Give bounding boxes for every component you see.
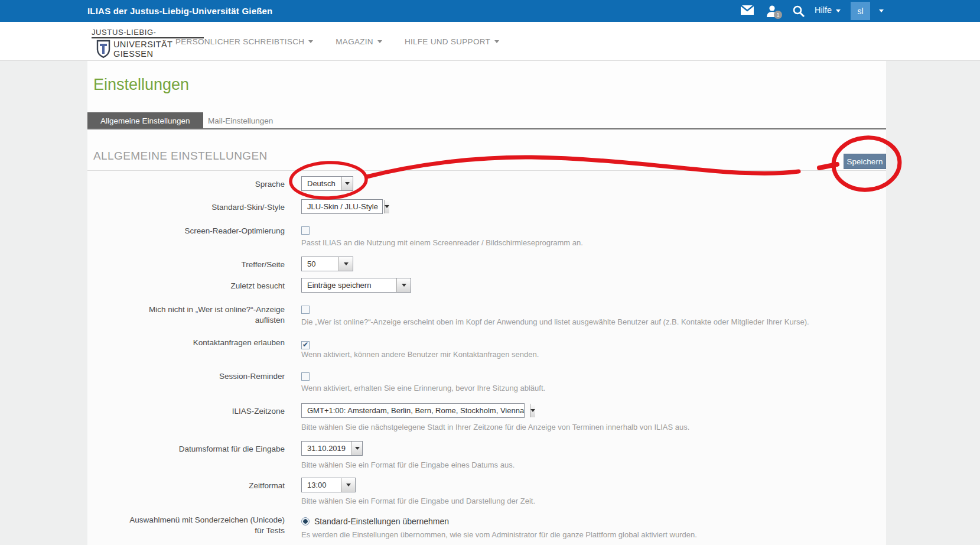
dropdown-arrow-icon[interactable] <box>384 200 389 213</box>
search-icon[interactable] <box>792 5 805 18</box>
main-header: JUSTUS-LIEBIG- UNIVERSITÄT GIESSEN PERSÖ… <box>0 22 980 61</box>
chevron-down-icon <box>377 40 382 43</box>
chevron-down-icon <box>494 40 499 43</box>
nav-item-label: PERSÖNLICHER SCHREIBTISCH <box>175 37 304 46</box>
logo-text-line2: UNIVERSITÄT <box>113 40 172 49</box>
field-help: Passt ILIAS an die Nutzung mit einem Scr… <box>301 238 583 247</box>
selected-value: Deutsch <box>302 177 341 190</box>
zeitzone-select[interactable]: GMT+1:00: Amsterdam, Berlin, Bern, Rome,… <box>301 403 525 418</box>
field-help: Bitte wählen Sie ein Format für die Eing… <box>301 497 535 505</box>
dropdown-arrow-icon[interactable] <box>341 177 353 190</box>
field-label: Standard-Skin/-Style <box>87 202 285 213</box>
section-title: ALLGEMEINE EINSTELLUNGEN <box>93 150 268 163</box>
field-label: Session-Reminder <box>87 371 285 382</box>
field-help: Bitte wählen Sie ein Format für die Eing… <box>301 460 515 469</box>
field-label: Screen-Reader-Optimierung <box>87 226 285 236</box>
field-help: Es werden die Einstellungen übernommen, … <box>301 530 697 539</box>
dropdown-arrow-icon[interactable] <box>530 404 535 417</box>
save-button[interactable]: Speichern <box>844 154 886 169</box>
field-label: ILIAS-Zeitzone <box>87 406 285 417</box>
app-title: ILIAS der Justus-Liebig-Universität Gieß… <box>87 6 272 16</box>
kontaktanfragen-checkbox[interactable] <box>301 341 310 349</box>
dropdown-arrow-icon[interactable] <box>338 257 353 271</box>
field-label: Mich nicht in „Wer ist online?“-Anzeigea… <box>87 304 285 326</box>
user-menu[interactable]: sl <box>851 2 870 20</box>
chevron-down-icon <box>836 9 841 12</box>
nav-item-label: HILFE UND SUPPORT <box>405 37 490 46</box>
logo-text-block: UNIVERSITÄT GIESSEN <box>113 40 172 59</box>
notification-badge: 1 <box>774 11 782 19</box>
session-reminder-checkbox[interactable] <box>301 372 310 381</box>
chevron-down-icon <box>308 40 313 43</box>
wer-ist-online-checkbox[interactable] <box>301 306 310 314</box>
selected-value: 31.10.2019 <box>302 442 351 455</box>
dropdown-arrow-icon[interactable] <box>396 278 411 292</box>
screenreader-checkbox[interactable] <box>301 226 310 235</box>
nav-item-personal-desktop[interactable]: PERSÖNLICHER SCHREIBTISCH <box>175 37 313 46</box>
selected-value: GMT+1:00: Amsterdam, Berlin, Bern, Rome,… <box>302 404 530 417</box>
field-label: Auswahlmenü mit Sonderzeichen (Unicode)f… <box>87 515 285 536</box>
dropdown-arrow-icon[interactable] <box>341 478 355 492</box>
selected-value: 50 <box>302 257 321 271</box>
radio-option-label: Standard-Einstellungen übernehmen <box>314 517 449 526</box>
field-help: Wenn aktiviert, erhalten Sie eine Erinne… <box>301 384 545 392</box>
field-help: Die „Wer ist online?“-Anzeige erscheint … <box>301 317 809 326</box>
datumsformat-select[interactable]: 31.10.2019 <box>301 441 363 456</box>
zeitformat-select[interactable]: 13:00 <box>301 478 356 492</box>
field-label: Datumsformat für die Eingabe <box>87 444 285 455</box>
nav-item-magazin[interactable]: MAGAZIN <box>336 37 382 46</box>
selected-value: 13:00 <box>302 478 333 492</box>
tab-mail-einstellungen[interactable]: Mail-Einstellungen <box>195 112 286 129</box>
field-label: Sprache <box>87 179 285 190</box>
nav-item-label: MAGAZIN <box>336 37 373 46</box>
logo-text-line3: GIESSEN <box>113 49 172 59</box>
field-help: Bitte wählen Sie die nächstgelegene Stad… <box>301 423 689 432</box>
dropdown-arrow-icon[interactable] <box>351 442 362 455</box>
nav-item-help-support[interactable]: HILFE UND SUPPORT <box>405 37 499 46</box>
help-menu-label: Hilfe <box>815 5 832 15</box>
field-label: Treffer/Seite <box>87 259 285 270</box>
user-menu-chevron-icon[interactable] <box>879 9 884 12</box>
skin-select[interactable]: JLU-Skin / JLU-Style <box>301 199 383 214</box>
page-title: Einstellungen <box>93 76 189 94</box>
selected-value: JLU-Skin / JLU-Style <box>302 200 384 213</box>
treffer-select[interactable]: 50 <box>301 257 353 271</box>
sprache-select[interactable]: Deutsch <box>301 176 353 191</box>
tab-allgemeine-einstellungen[interactable]: Allgemeine Einstellungen <box>87 112 203 129</box>
top-bar: ILIAS der Justus-Liebig-Universität Gieß… <box>0 0 980 22</box>
tab-bar-border <box>87 128 886 129</box>
field-label: Zuletzt besucht <box>87 281 285 291</box>
standard-einstellungen-radio[interactable] <box>301 517 310 525</box>
help-menu[interactable]: Hilfe <box>815 5 841 15</box>
mail-icon[interactable] <box>740 5 754 15</box>
main-nav: PERSÖNLICHER SCHREIBTISCH MAGAZIN HILFE … <box>175 22 499 61</box>
zuletzt-select[interactable]: Einträge speichern <box>301 278 411 293</box>
selected-value: Einträge speichern <box>302 278 377 292</box>
field-help: Wenn aktiviert, können andere Benutzer m… <box>301 350 539 359</box>
jlu-shield-icon <box>96 40 110 59</box>
field-label: Kontaktanfragen erlauben <box>87 338 285 348</box>
field-label: Zeitformat <box>87 481 285 491</box>
